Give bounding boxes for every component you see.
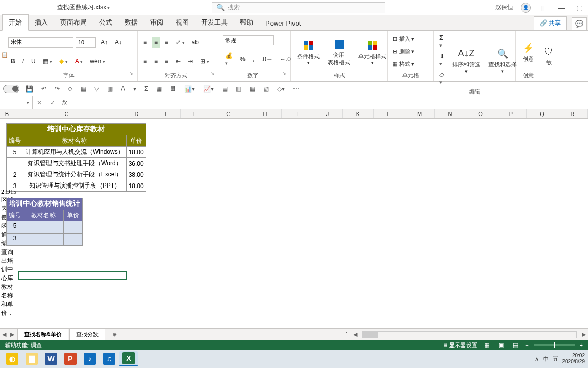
- col-header-G[interactable]: G: [208, 109, 249, 118]
- autosave-toggle[interactable]: [3, 85, 19, 93]
- formula-input[interactable]: [70, 96, 588, 109]
- col-header-I[interactable]: I: [282, 109, 312, 118]
- underline-button[interactable]: U: [29, 56, 38, 66]
- italic-button[interactable]: I: [20, 56, 27, 66]
- sheet-tab-1[interactable]: 查找分数: [69, 328, 105, 341]
- username[interactable]: 赵保恒: [495, 3, 513, 12]
- menu-tab-4[interactable]: 数据: [118, 15, 144, 30]
- qat-icon[interactable]: ▧: [261, 84, 271, 94]
- ribbon-mode-icon[interactable]: ▦: [538, 4, 549, 12]
- sensitivity-button[interactable]: 🛡敏: [544, 43, 553, 67]
- percent-button[interactable]: %: [237, 54, 248, 64]
- qat-icon[interactable]: ◇▾: [275, 84, 287, 94]
- enter-formula-button[interactable]: ✓: [46, 99, 59, 106]
- align-top-button[interactable]: ≡: [141, 37, 150, 48]
- col-header-C[interactable]: C: [13, 109, 120, 118]
- menu-tab-3[interactable]: 公式: [93, 15, 118, 30]
- qat-icon[interactable]: A: [119, 84, 127, 94]
- menu-tab-6[interactable]: 视图: [169, 15, 195, 30]
- col-header-B[interactable]: B: [1, 109, 13, 118]
- phonetic-button[interactable]: wén: [87, 56, 108, 66]
- border-button[interactable]: ▦: [40, 56, 55, 66]
- col-header-E[interactable]: E: [153, 109, 181, 118]
- clipboard-paste-icon[interactable]: 📋: [1, 52, 4, 58]
- align-left-button[interactable]: ≡: [141, 56, 150, 66]
- col-header-N[interactable]: N: [435, 109, 465, 118]
- col-header-K[interactable]: K: [343, 109, 374, 118]
- qat-icon[interactable]: ◇: [66, 84, 75, 94]
- col-header-F[interactable]: F: [181, 109, 208, 118]
- worksheet-grid[interactable]: 培训中心库存教材 编号 教材名称 单价 5计算机应用与人机交流（Windows）…: [0, 119, 588, 318]
- table-row[interactable]: 5计算机应用与人机交流（Windows）18.00: [7, 147, 146, 158]
- hscroll-left[interactable]: ◀: [351, 331, 359, 338]
- page-layout-view-button[interactable]: ▣: [497, 342, 506, 349]
- col-header-J[interactable]: J: [312, 109, 343, 118]
- display-settings[interactable]: 🖥 显示器设置: [442, 341, 477, 349]
- increase-font-button[interactable]: A↑: [98, 37, 110, 48]
- align-dialog-launcher[interactable]: ↘: [211, 71, 216, 80]
- undo-button[interactable]: ↶: [39, 84, 48, 94]
- tray-chevron-icon[interactable]: ∧: [535, 356, 539, 362]
- zoom-slider[interactable]: [534, 344, 575, 346]
- cell-styles-button[interactable]: 单元格样式▾: [355, 37, 389, 66]
- menu-tab-9[interactable]: Power Pivot: [259, 16, 307, 30]
- system-clock[interactable]: 20:02 2020/8/29: [562, 353, 585, 365]
- taskbar-app-explorer[interactable]: ▇: [22, 351, 41, 366]
- cancel-formula-button[interactable]: ✕: [33, 99, 46, 106]
- sheet-nav-next[interactable]: ▶: [8, 331, 16, 338]
- col-header-M[interactable]: M: [404, 109, 435, 118]
- page-break-view-button[interactable]: ▤: [511, 342, 520, 349]
- col-header-H[interactable]: H: [249, 109, 282, 118]
- bold-button[interactable]: B: [8, 56, 18, 66]
- table-row[interactable]: [7, 243, 83, 246]
- increase-decimal-button[interactable]: .0→: [259, 54, 275, 64]
- currency-button[interactable]: 💰: [223, 51, 235, 68]
- qat-icon[interactable]: ▤: [220, 84, 230, 94]
- table-row[interactable]: 3: [7, 234, 83, 243]
- sheet-tab-0[interactable]: 查找名称&单价: [17, 328, 68, 341]
- qat-icon[interactable]: ▦: [79, 84, 88, 94]
- qat-icon[interactable]: ▦: [248, 84, 257, 94]
- col-header-P[interactable]: P: [496, 109, 527, 118]
- number-dialog-launcher[interactable]: ↘: [282, 71, 287, 80]
- autosum-button[interactable]: Σ: [437, 33, 447, 50]
- taskbar-app-chrome[interactable]: ◐: [3, 351, 21, 366]
- comments-button[interactable]: 💬: [572, 17, 587, 30]
- table-row[interactable]: 3知识管理与演播控制手段（PPT）18.00: [7, 180, 146, 192]
- qat-table-icon[interactable]: ▦: [154, 84, 164, 94]
- decrease-font-button[interactable]: A↓: [112, 37, 125, 48]
- menu-tab-8[interactable]: 帮助: [234, 15, 259, 30]
- menu-tab-0[interactable]: 开始: [2, 14, 29, 31]
- col-header-L[interactable]: L: [374, 109, 404, 118]
- clear-button[interactable]: ◇: [437, 70, 447, 87]
- font-color-button[interactable]: A: [72, 56, 86, 66]
- merge-button[interactable]: ⊞: [198, 56, 212, 66]
- insert-cells-button[interactable]: ⊞插入 ▾: [391, 35, 430, 43]
- share-button[interactable]: 🔗 共享: [534, 16, 567, 30]
- menu-tab-7[interactable]: 开发工具: [195, 15, 234, 30]
- number-format-combo[interactable]: [223, 35, 274, 45]
- qat-chart-icon[interactable]: 📈▾: [201, 84, 216, 94]
- horizontal-scrollbar[interactable]: [362, 331, 577, 338]
- font-family-combo[interactable]: [8, 37, 74, 48]
- align-right-button[interactable]: ≡: [162, 56, 171, 66]
- minimize-button[interactable]: —: [556, 4, 567, 12]
- sheet-nav-prev[interactable]: ◀: [0, 331, 8, 338]
- delete-cells-button[interactable]: ⊟删除 ▾: [391, 48, 430, 55]
- taskbar-app-powerpoint[interactable]: P: [61, 351, 80, 366]
- qat-icon[interactable]: ▥: [105, 84, 115, 94]
- name-box[interactable]: [0, 96, 33, 109]
- qat-calc-icon[interactable]: 🖩: [168, 84, 178, 94]
- align-center-button[interactable]: ≡: [152, 56, 160, 66]
- fill-button[interactable]: ⬇: [437, 51, 447, 68]
- menu-tab-1[interactable]: 插入: [29, 15, 54, 30]
- save-button[interactable]: 💾: [23, 84, 35, 94]
- table-row[interactable]: 5: [7, 221, 83, 231]
- align-bottom-button[interactable]: ≡: [162, 37, 171, 48]
- table-row[interactable]: 知识管理与文书处理手段（Word）36.00: [7, 158, 146, 169]
- increase-indent-button[interactable]: ⇥: [185, 56, 195, 66]
- conditional-format-button[interactable]: 条件格式▾: [294, 37, 323, 66]
- menu-tab-5[interactable]: 审阅: [144, 15, 169, 30]
- col-header-R[interactable]: R: [557, 109, 588, 118]
- qat-icon[interactable]: ▾: [131, 84, 138, 94]
